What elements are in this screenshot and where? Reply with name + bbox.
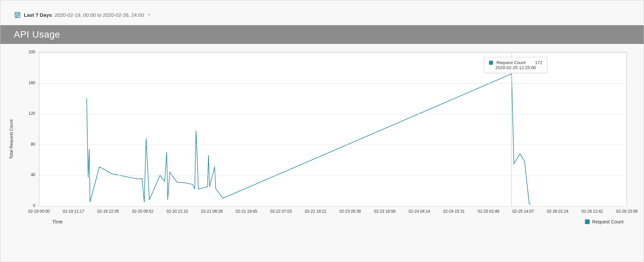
- section-header: API Usage: [0, 25, 644, 44]
- y-tick-label: 40: [31, 172, 35, 177]
- legend-swatch-icon: [585, 219, 590, 224]
- chevron-down-icon: [147, 12, 151, 17]
- x-tick-label: 02-25 14:07: [512, 209, 534, 214]
- x-tick-label: 02-26 01:24: [547, 209, 568, 214]
- y-tick-label: 80: [31, 142, 35, 147]
- chart-legend: Request Count: [585, 219, 624, 224]
- chart-area[interactable]: Total Request Count 04080120160200 Reque…: [20, 52, 630, 226]
- y-tick-label: 200: [29, 50, 35, 54]
- y-tick-label: 0: [33, 203, 35, 208]
- chart-svg: [39, 52, 627, 206]
- x-tick-label: 02-24 15:31: [443, 209, 465, 214]
- x-axis-label: Time: [52, 219, 63, 224]
- x-tick-label: 02-24 04:14: [409, 209, 430, 214]
- x-tick-label: 02-19 11:17: [63, 209, 84, 214]
- x-tick-label: 02-22 18:21: [305, 209, 326, 214]
- x-tick-label: 02-25 02:49: [478, 209, 499, 214]
- x-tick-label: 02-20 09:52: [132, 209, 153, 214]
- x-tick-label: 02-21 19:45: [236, 209, 257, 214]
- legend-entry-label: Request Count: [592, 219, 624, 224]
- x-tick-label: 02-26 12:42: [582, 209, 603, 214]
- x-tick-label: 02-20 21:10: [166, 209, 188, 214]
- x-tick-label: 02-26 23:59: [616, 209, 638, 214]
- y-tick-label: 160: [29, 81, 35, 85]
- date-range-text: : 2020-02-19, 00:00 to 2020-02-26, 24:00: [52, 12, 144, 18]
- chart-container: Total Request Count 04080120160200 Reque…: [0, 44, 644, 234]
- x-tick-label: 02-19 22:35: [97, 209, 119, 214]
- chart-plot-area[interactable]: Request Count 172 2020-02-25 12:25:00: [39, 52, 627, 206]
- date-range-picker[interactable]: Last 7 Days: 2020-02-19, 00:00 to 2020-0…: [0, 0, 644, 25]
- dashboard-panel: Last 7 Days: 2020-02-19, 00:00 to 2020-0…: [0, 0, 644, 262]
- x-axis-ticks: 02-19 00:0002-19 11:1702-19 22:3502-20 0…: [39, 209, 627, 216]
- x-tick-label: 02-22 07:03: [270, 209, 292, 214]
- x-tick-label: 02-23 16:56: [374, 209, 396, 214]
- calendar-icon: [14, 11, 21, 18]
- y-tick-label: 120: [29, 111, 35, 116]
- x-tick-label: 02-21 08:28: [201, 209, 222, 214]
- date-range-label: Last 7 Days: [24, 12, 52, 18]
- y-axis-ticks: 04080120160200: [20, 52, 37, 206]
- x-tick-label: 02-23 05:38: [339, 209, 361, 214]
- x-tick-label: 02-19 00:00: [28, 209, 50, 214]
- y-axis-label: Total Request Count: [9, 119, 14, 159]
